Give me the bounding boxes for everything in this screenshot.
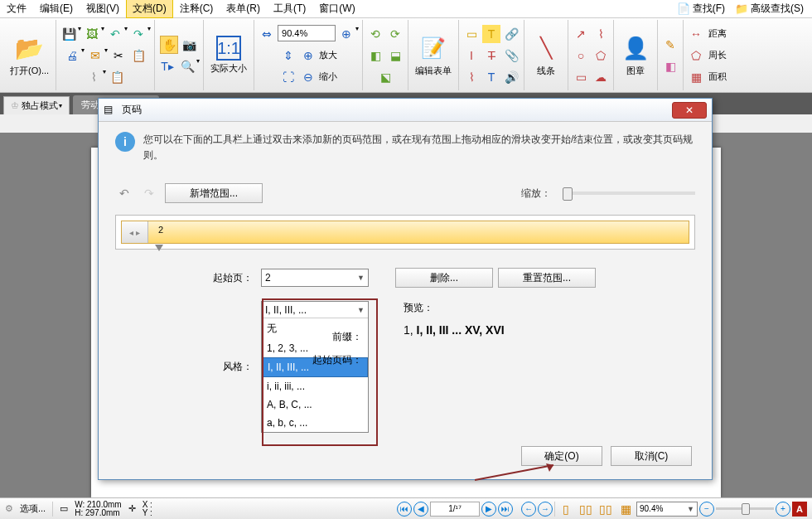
- start-page-select[interactable]: 2 ▼: [261, 269, 369, 287]
- rotate-left-icon[interactable]: ⟲: [366, 25, 384, 43]
- text-box-icon[interactable]: T: [482, 25, 500, 43]
- style-option-roman-lower[interactable]: i, ii, iii, ...: [262, 377, 368, 395]
- last-page-button[interactable]: ⏭: [498, 502, 513, 517]
- delete-button[interactable]: 删除...: [395, 268, 493, 288]
- facing-continuous-icon[interactable]: ▦: [616, 500, 635, 518]
- squiggly-icon[interactable]: ⌇: [462, 68, 481, 86]
- menu-form[interactable]: 表单(R): [220, 0, 267, 18]
- text-select-icon[interactable]: T▸: [158, 57, 176, 75]
- zoom-slider[interactable]: [563, 192, 695, 195]
- search-icon[interactable]: 🔍: [178, 57, 196, 75]
- cloud-icon[interactable]: ☁: [592, 68, 610, 86]
- advanced-find-button[interactable]: 📁 高级查找(S): [730, 0, 809, 17]
- style-option-alpha-lower[interactable]: a, b, c, ...: [262, 414, 368, 432]
- distance-icon[interactable]: ↔: [687, 25, 705, 43]
- highlight-icon[interactable]: ▭: [462, 25, 481, 43]
- arrow-shape-icon[interactable]: ↗: [572, 25, 590, 43]
- menu-document[interactable]: 文档(D): [126, 0, 173, 18]
- adobe-icon[interactable]: A: [792, 502, 807, 517]
- rect-icon[interactable]: ▭: [572, 68, 590, 86]
- edit-form-button[interactable]: 📝 编辑表单: [412, 32, 455, 79]
- line-tool-button[interactable]: ╲ 线条: [528, 32, 564, 79]
- zoom-select[interactable]: 90.4% ▼: [636, 502, 698, 517]
- pencil-icon[interactable]: ✎: [661, 36, 679, 54]
- polyline-icon[interactable]: ⌇: [592, 25, 610, 43]
- camera-icon[interactable]: 📷: [180, 36, 198, 54]
- undo-icon[interactable]: ↶: [106, 25, 124, 43]
- underline-icon[interactable]: I: [462, 46, 481, 65]
- gear-icon[interactable]: ⚙: [5, 503, 13, 514]
- exclusive-mode-button[interactable]: ♔ 独占模式 ▾: [3, 96, 70, 114]
- rotate-right-icon[interactable]: ⟳: [386, 25, 404, 43]
- flip-h-icon[interactable]: ◧: [366, 46, 384, 65]
- strikethrough-icon[interactable]: T̶: [482, 46, 500, 65]
- flip-v-icon[interactable]: ⬓: [386, 46, 404, 65]
- forward-button[interactable]: →: [538, 502, 553, 517]
- redo-icon[interactable]: ↷: [129, 25, 147, 43]
- mail-icon[interactable]: ✉: [86, 46, 104, 65]
- dialog-close-button[interactable]: ✕: [672, 102, 707, 119]
- print-icon[interactable]: 🖨: [63, 46, 81, 65]
- find-button[interactable]: 📄 查找(F): [672, 0, 730, 17]
- prev-page-button[interactable]: ◀: [413, 502, 428, 517]
- first-page-button[interactable]: ⏮: [397, 502, 412, 517]
- crop-icon[interactable]: ⬕: [376, 68, 394, 86]
- zoom-plus-icon[interactable]: ⊕: [299, 46, 317, 65]
- reset-range-button[interactable]: 重置范围...: [498, 268, 596, 288]
- zoom-in-button[interactable]: +: [776, 502, 790, 517]
- eraser-icon[interactable]: ◧: [661, 57, 679, 75]
- cut-icon[interactable]: ✂: [109, 46, 128, 65]
- add-range-button[interactable]: 新增范围...: [165, 183, 263, 203]
- open-button[interactable]: 📂 打开(O)...: [7, 32, 52, 79]
- menu-window[interactable]: 窗口(W): [312, 0, 361, 18]
- save-icon[interactable]: 💾: [60, 25, 78, 43]
- ruler-pointer-icon[interactable]: [155, 245, 163, 251]
- fit-width-icon[interactable]: ⇔: [258, 25, 276, 43]
- redo-button[interactable]: ↷: [140, 184, 158, 202]
- actual-size-button[interactable]: 1:1 实际大小: [207, 34, 250, 76]
- zoom-in-icon[interactable]: ⊕: [337, 25, 355, 43]
- single-page-icon[interactable]: ▯: [557, 500, 575, 518]
- actualsize-label: 实际大小: [210, 62, 247, 75]
- polygon-icon[interactable]: ⬠: [592, 46, 610, 65]
- text-annot-icon[interactable]: T: [482, 68, 500, 86]
- menu-file[interactable]: 文件: [0, 0, 33, 18]
- perimeter-icon[interactable]: ⬠: [687, 46, 705, 65]
- stamp-button[interactable]: 👤 图章: [617, 32, 654, 79]
- menu-edit[interactable]: 编辑(E): [33, 0, 80, 18]
- cancel-button[interactable]: 取消(C): [611, 446, 692, 466]
- scan-icon[interactable]: ⌇: [85, 68, 103, 86]
- crown-icon: ♔: [11, 100, 19, 111]
- back-button[interactable]: ←: [521, 502, 536, 517]
- area-icon[interactable]: ▦: [687, 68, 705, 86]
- continuous-icon[interactable]: ▯▯: [577, 500, 595, 518]
- hand-tool-icon[interactable]: ✋: [160, 36, 178, 54]
- start-page-label: 起始页：: [115, 271, 256, 285]
- page-range-ruler[interactable]: ◂ ▸ 2: [115, 215, 695, 250]
- status-zoom-slider[interactable]: [716, 507, 774, 510]
- facing-icon[interactable]: ▯▯: [597, 500, 615, 518]
- page-number-field[interactable]: 1/¹⁷: [430, 502, 480, 517]
- options-button[interactable]: 选项...: [20, 502, 46, 515]
- style-selected-value: I, II, III, ...: [265, 304, 307, 316]
- undo-button[interactable]: ↶: [115, 184, 133, 202]
- page-dimensions: W: 210.0mm H: 297.0mm: [75, 501, 122, 517]
- attach-icon[interactable]: 📎: [502, 46, 520, 65]
- image-icon[interactable]: 🖼: [83, 25, 101, 43]
- menu-annotate[interactable]: 注释(C): [173, 0, 220, 18]
- paste-icon[interactable]: 📋: [108, 68, 126, 86]
- menu-tool[interactable]: 工具(T): [267, 0, 312, 18]
- link-icon[interactable]: 🔗: [502, 25, 520, 43]
- zoom-out-button[interactable]: −: [699, 502, 714, 517]
- copy-icon[interactable]: 📋: [129, 46, 147, 65]
- style-option-alpha-upper[interactable]: A, B, C, ...: [262, 395, 368, 414]
- menu-view[interactable]: 视图(V): [80, 0, 126, 18]
- next-page-button[interactable]: ▶: [481, 502, 496, 517]
- circle-icon[interactable]: ○: [572, 46, 590, 65]
- sound-icon[interactable]: 🔊: [502, 68, 520, 86]
- zoom-value-field[interactable]: 90.4%: [278, 25, 336, 41]
- fit-page-icon[interactable]: ⛶: [279, 68, 297, 86]
- fit-height-icon[interactable]: ⇕: [279, 46, 297, 65]
- chevron-down-icon: ▼: [357, 274, 365, 282]
- zoom-minus-icon[interactable]: ⊖: [299, 68, 317, 86]
